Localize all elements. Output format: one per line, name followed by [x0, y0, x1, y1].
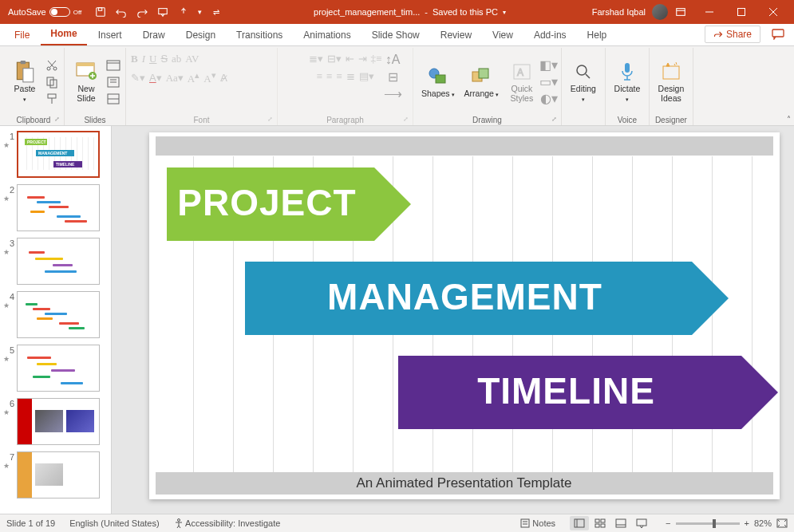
- tab-file[interactable]: File: [5, 26, 39, 45]
- tab-addins[interactable]: Add-ins: [524, 26, 576, 45]
- shape-outline-icon[interactable]: ▭▾: [542, 75, 556, 89]
- paste-button[interactable]: Paste▾: [8, 59, 41, 104]
- align-text-icon[interactable]: ⊟: [385, 69, 400, 84]
- undo-icon[interactable]: [115, 6, 128, 18]
- dictate-button[interactable]: Dictate▾: [610, 59, 644, 104]
- share-button[interactable]: Share: [705, 26, 760, 43]
- thumbnail-2[interactable]: 2★: [3, 184, 108, 231]
- zoom-slider[interactable]: [676, 522, 740, 525]
- justify-icon[interactable]: ≣: [346, 70, 355, 83]
- numbering-icon[interactable]: ⊟▾: [327, 53, 342, 65]
- font-color-icon[interactable]: A▾: [149, 72, 162, 85]
- align-left-icon[interactable]: ≡: [316, 70, 322, 83]
- maximize-button[interactable]: [725, 0, 757, 24]
- thumbnail-5[interactable]: 5★: [3, 345, 108, 392]
- underline-button[interactable]: U: [149, 53, 156, 65]
- editing-button[interactable]: Editing▾: [567, 59, 600, 104]
- shrink-font-button[interactable]: A▾: [203, 70, 215, 85]
- zoom-out-button[interactable]: −: [666, 518, 670, 528]
- grow-font-button[interactable]: A▴: [188, 70, 199, 85]
- tab-view[interactable]: View: [483, 26, 523, 45]
- notes-button[interactable]: Notes: [520, 518, 555, 528]
- align-center-icon[interactable]: ≡: [326, 70, 332, 83]
- slide-canvas[interactable]: PROJECT MANAGEMENT TIMELINE An Animated …: [112, 126, 794, 514]
- user-name[interactable]: Farshad Iqbal: [592, 7, 646, 17]
- shadow-button[interactable]: ab: [172, 53, 181, 65]
- thumbnail-4[interactable]: 4★: [3, 291, 108, 338]
- cut-icon[interactable]: [45, 58, 59, 73]
- bullets-icon[interactable]: ≣▾: [309, 53, 323, 65]
- paragraph-launcher-icon[interactable]: ⤢: [403, 116, 411, 124]
- save-icon[interactable]: [94, 6, 107, 18]
- slide[interactable]: PROJECT MANAGEMENT TIMELINE An Animated …: [149, 132, 780, 499]
- layout-icon[interactable]: [106, 58, 120, 73]
- shape-effects-icon[interactable]: ◐▾: [542, 92, 556, 106]
- minimize-button[interactable]: [693, 0, 725, 24]
- highlight-icon[interactable]: ✎▾: [131, 72, 145, 85]
- tab-animations[interactable]: Animations: [294, 26, 360, 45]
- text-direction-icon[interactable]: ↕A: [385, 53, 400, 67]
- sorter-view-icon[interactable]: [591, 516, 610, 530]
- toggle-switch[interactable]: [49, 7, 70, 17]
- reading-view-icon[interactable]: [611, 516, 630, 530]
- design-ideas-button[interactable]: Design Ideas: [654, 59, 688, 104]
- drawing-launcher-icon[interactable]: ⤢: [551, 116, 559, 124]
- tab-home[interactable]: Home: [41, 24, 86, 45]
- collapse-ribbon-icon[interactable]: ˄: [787, 115, 791, 124]
- tab-help[interactable]: Help: [578, 26, 617, 45]
- subtitle[interactable]: An Animated Presentation Template: [156, 472, 773, 495]
- change-case-button[interactable]: Aa▾: [166, 72, 184, 85]
- autosave-toggle[interactable]: AutoSave Off: [3, 7, 86, 17]
- clipboard-launcher-icon[interactable]: ⤢: [54, 116, 62, 124]
- language[interactable]: English (United States): [69, 518, 160, 528]
- bold-button[interactable]: B: [131, 53, 138, 65]
- thumbnail-3[interactable]: 3★: [3, 238, 108, 285]
- tab-insert[interactable]: Insert: [89, 26, 132, 45]
- clear-formatting-button[interactable]: A̷: [220, 72, 227, 85]
- shapes-button[interactable]: Shapes ▾: [418, 64, 458, 100]
- arrow-management[interactable]: MANAGEMENT: [245, 262, 692, 335]
- section-icon[interactable]: [106, 92, 120, 106]
- redo-icon[interactable]: [136, 6, 148, 18]
- tab-transitions[interactable]: Transitions: [227, 26, 292, 45]
- thumbnail-7[interactable]: 7★: [3, 451, 108, 499]
- italic-button[interactable]: I: [142, 53, 145, 65]
- align-right-icon[interactable]: ≡: [336, 70, 342, 83]
- zoom-level[interactable]: 82%: [754, 518, 772, 528]
- tab-slideshow[interactable]: Slide Show: [362, 26, 429, 45]
- reset-icon[interactable]: [106, 75, 120, 89]
- columns-icon[interactable]: ▤▾: [359, 70, 374, 83]
- char-spacing-button[interactable]: AV: [185, 53, 199, 65]
- format-painter-icon[interactable]: [45, 92, 59, 106]
- thumbnail-1[interactable]: 1★ PROJECT MANAGEMENT TIMELINE: [3, 131, 108, 178]
- strikethrough-button[interactable]: S: [160, 53, 168, 65]
- shape-fill-icon[interactable]: ◧▾: [542, 58, 556, 73]
- slideshow-view-icon[interactable]: [632, 516, 651, 530]
- thumbnail-6[interactable]: 6★: [3, 398, 108, 445]
- slide-thumbnails[interactable]: 1★ PROJECT MANAGEMENT TIMELINE 2★ 3★: [0, 126, 112, 514]
- new-slide-button[interactable]: New Slide: [69, 59, 103, 104]
- start-from-beginning-icon[interactable]: [156, 6, 169, 18]
- avatar[interactable]: [652, 4, 668, 20]
- copy-icon[interactable]: [45, 75, 59, 89]
- arrange-button[interactable]: Arrange ▾: [461, 64, 502, 100]
- zoom-in-button[interactable]: +: [745, 518, 749, 528]
- font-launcher-icon[interactable]: ⤢: [267, 116, 275, 124]
- touch-mode-icon[interactable]: [177, 6, 190, 18]
- tab-review[interactable]: Review: [431, 26, 481, 45]
- fit-to-window-icon[interactable]: [776, 518, 788, 528]
- normal-view-icon[interactable]: [570, 516, 589, 530]
- indent-decrease-icon[interactable]: ⇤: [346, 53, 354, 65]
- line-spacing-icon[interactable]: ‡≡: [371, 53, 382, 65]
- qat-customize-icon[interactable]: ▾: [198, 8, 202, 16]
- close-button[interactable]: [757, 0, 789, 24]
- save-status-chevron-icon[interactable]: ▾: [503, 9, 506, 16]
- arrow-project[interactable]: PROJECT: [167, 167, 374, 241]
- tab-draw[interactable]: Draw: [133, 26, 175, 45]
- arrow-timeline[interactable]: TIMELINE: [398, 356, 741, 429]
- comments-button[interactable]: [767, 26, 789, 43]
- smartart-icon[interactable]: ⟶: [385, 86, 400, 100]
- quick-styles-button[interactable]: A Quick Styles: [505, 59, 539, 104]
- ribbon-display-icon[interactable]: [674, 6, 687, 18]
- indent-increase-icon[interactable]: ⇥: [358, 53, 367, 65]
